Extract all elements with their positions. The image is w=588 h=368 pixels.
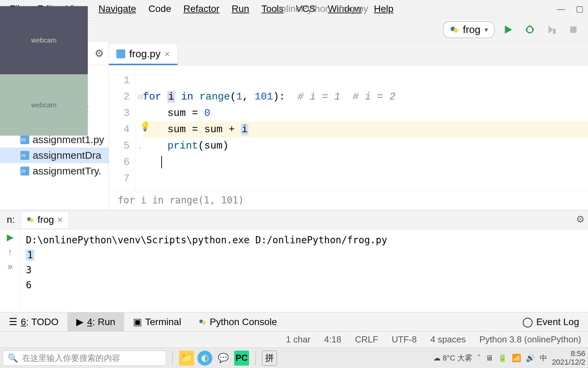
intention-bulb-icon[interactable]: 💡 — [140, 121, 150, 132]
tray-monitor-icon[interactable]: 🖥 — [486, 354, 493, 363]
navigation-toolbar: g.py frog ▾ — [0, 18, 588, 42]
debug-button[interactable] — [521, 21, 538, 38]
tree-file[interactable]: assignmentTry. — [0, 163, 109, 179]
tool-tab-terminal[interactable]: ▣ Terminal — [124, 312, 190, 331]
menu-bar: File Edit View Navigate Code Refactor Ru… — [0, 0, 588, 18]
taskbar-pycharm[interactable]: PC — [234, 351, 249, 366]
editor-tab-frog[interactable]: frog.py × — [109, 44, 178, 65]
window-minimize-button[interactable]: — — [556, 4, 566, 14]
webcam-overlay-1: webcam — [0, 6, 88, 74]
tray-weather[interactable]: ☁ 8°C 大雾 — [433, 353, 472, 363]
tool-tab-python-console[interactable]: Python Console — [190, 312, 286, 331]
tray-battery-icon[interactable]: 🔋 — [498, 354, 507, 363]
taskbar-search[interactable]: 🔍 在这里输入你要搜索的内容 — [3, 351, 166, 366]
chevron-down-icon: ▾ — [485, 26, 488, 34]
webcam-overlay-2: webcam — [0, 74, 88, 136]
search-placeholder: 在这里输入你要搜索的内容 — [22, 353, 120, 364]
status-line-ending[interactable]: CRLF — [355, 334, 378, 345]
event-log-icon: ◯ — [522, 316, 533, 327]
editor-tabs: frog.py × — [109, 42, 588, 65]
stop-button[interactable] — [565, 21, 582, 38]
status-bar: 1 char 4:18 CRLF UTF-8 4 spaces Python 3… — [0, 331, 588, 348]
status-caret-pos[interactable]: 4:18 — [324, 334, 342, 345]
run-controls: ▶ ↑ » — [0, 229, 20, 312]
console-line: 6 — [26, 278, 583, 293]
console-output[interactable]: D:\onlinePython\venv\Scripts\python.exe … — [20, 229, 588, 312]
gear-icon[interactable]: ⚙ — [95, 47, 104, 59]
tray-wifi-icon[interactable]: 📶 — [512, 354, 521, 363]
svg-point-2 — [527, 26, 533, 33]
python-icon — [27, 216, 34, 224]
tool-tab-todo[interactable]: ☰ 6: TODO — [0, 312, 67, 331]
menu-refactor[interactable]: Refactor — [177, 1, 226, 16]
taskbar-browser[interactable]: ◐ — [197, 351, 212, 366]
scroll-up-button[interactable]: ↑ — [8, 247, 12, 257]
console-line: 1 — [26, 249, 34, 261]
run-tab-frog[interactable]: frog × — [21, 211, 69, 228]
tray-clock[interactable]: 8:562021/12/2 — [552, 350, 585, 366]
menu-code[interactable]: Code — [142, 1, 177, 16]
windows-taskbar: 🔍 在这里输入你要搜索的内容 📁 ◐ 💬 PC 拼 ☁ 8°C 大雾 ˄ 🖥 🔋… — [0, 348, 588, 368]
search-icon: 🔍 — [8, 353, 18, 363]
python-icon — [199, 318, 206, 326]
console-line: 3 — [26, 263, 583, 278]
status-interpreter[interactable]: Python 3.8 (onlinePython) — [479, 334, 581, 345]
window-maximize-button[interactable]: ▢ — [574, 4, 585, 14]
run-with-coverage-button[interactable] — [543, 21, 560, 38]
editor-breadcrumb[interactable]: for i in range(1, 101) — [109, 190, 588, 210]
python-icon — [450, 25, 459, 34]
bottom-tool-tabs: ☰ 6: TODO ▶ 4: Run ▣ Terminal Python Con… — [0, 312, 588, 331]
python-file-icon — [116, 49, 125, 58]
tray-chevron-up-icon[interactable]: ˄ — [477, 354, 481, 363]
status-selection: 1 char — [286, 334, 310, 345]
svg-rect-7 — [570, 26, 577, 33]
python-file-icon — [20, 135, 29, 144]
status-indent[interactable]: 4 spaces — [430, 334, 466, 345]
system-tray[interactable]: ☁ 8°C 大雾 ˄ 🖥 🔋 📶 🔊 中 8:562021/12/2 — [433, 350, 585, 366]
tray-volume-icon[interactable]: 🔊 — [526, 354, 535, 363]
todo-icon: ☰ — [9, 316, 17, 327]
close-icon[interactable]: × — [58, 214, 63, 225]
gear-icon[interactable]: ⚙ — [576, 214, 585, 225]
code-editor[interactable]: 1 2 3 4 5 6 7 ⊟ ⌞ 💡 — [109, 65, 588, 190]
line-gutter: 1 2 3 4 5 6 7 — [109, 65, 136, 190]
run-tool-label: n: — [3, 214, 19, 225]
taskbar-ime[interactable]: 拼 — [262, 351, 277, 366]
run-tab-label: frog — [37, 214, 54, 225]
console-command: D:\onlinePython\venv\Scripts\python.exe … — [26, 233, 583, 248]
taskbar-file-explorer[interactable]: 📁 — [179, 351, 194, 366]
svg-point-9 — [30, 218, 34, 222]
menu-help[interactable]: Help — [368, 1, 400, 16]
python-file-icon — [20, 167, 29, 175]
run-tool-window: n: frog × ⚙ ▶ ↑ » D:\onlinePython\venv\S… — [0, 210, 588, 312]
rerun-button[interactable]: ▶ — [7, 232, 14, 243]
tray-ime-icon[interactable]: 中 — [540, 353, 547, 363]
tab-label: frog.py — [129, 48, 161, 60]
terminal-icon: ▣ — [133, 316, 142, 327]
run-config-selector[interactable]: frog ▾ — [443, 21, 495, 38]
python-file-icon — [20, 151, 29, 160]
tool-tab-event-log[interactable]: ◯ Event Log — [513, 312, 588, 331]
close-icon[interactable]: × — [165, 49, 170, 59]
svg-point-1 — [454, 28, 458, 32]
status-encoding[interactable]: UTF-8 — [392, 334, 417, 345]
run-button[interactable] — [500, 21, 517, 38]
window-title: onlinePython - frog.py — [276, 3, 368, 14]
svg-point-11 — [202, 321, 206, 324]
code-area[interactable]: for i in range(1, 101): # i = 1 # i = 2 … — [136, 65, 588, 190]
tool-tab-run[interactable]: ▶ 4: Run — [67, 312, 124, 331]
taskbar-wechat[interactable]: 💬 — [216, 351, 231, 366]
expand-button[interactable]: » — [7, 261, 12, 272]
svg-rect-6 — [553, 29, 556, 34]
menu-navigate[interactable]: Navigate — [93, 1, 143, 16]
run-config-name: frog — [463, 24, 480, 35]
menu-run[interactable]: Run — [226, 1, 255, 16]
play-icon: ▶ — [76, 316, 84, 327]
tree-file-selected[interactable]: assignmentDra — [0, 148, 109, 163]
